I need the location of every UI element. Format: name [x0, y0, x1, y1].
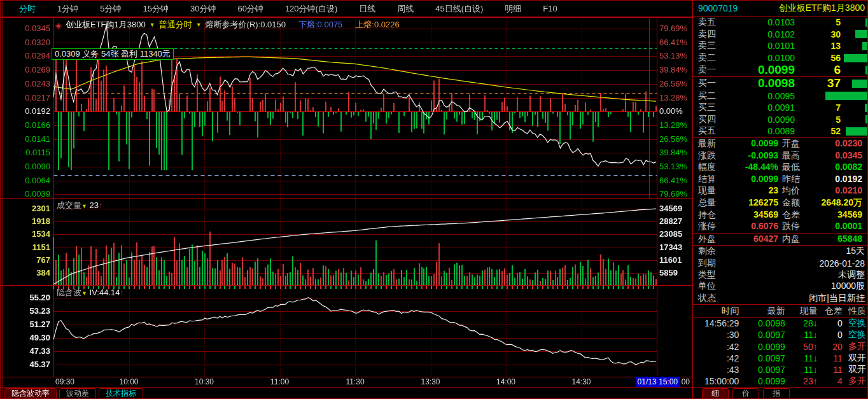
ask-row[interactable]: 卖四0.010230	[693, 29, 868, 41]
tick-price: 0.0098	[739, 318, 785, 328]
stats-cell: 幅度-48.44%	[698, 162, 782, 173]
volume-right-tick: 34569	[659, 205, 682, 213]
level-price: 0.0098	[731, 76, 795, 90]
level-price: 0.0099	[731, 63, 795, 77]
stats-cell: 涨跌-0.0093	[698, 150, 782, 162]
stats-label: 最低	[782, 162, 800, 173]
stats-value: 0.6076	[751, 221, 778, 232]
main-left-tick: 0.0320	[1, 39, 50, 46]
tick-nature: 空换	[843, 318, 868, 329]
tick-time: 15:00:00	[693, 376, 739, 386]
iv-left-tick: 45.37	[1, 361, 50, 368]
ask-levels: 卖五0.01035卖四0.010230卖三0.010113卖二0.010056卖…	[693, 17, 868, 77]
info-row: 到期2026-01-28	[693, 257, 868, 269]
trading-terminal-window: 分时1分钟5分钟15分钟30分钟60分钟120分钟(自设)日线周线45日线(自设…	[0, 0, 868, 399]
menu-item-10[interactable]: 45日线(自设)	[424, 3, 494, 15]
indicator-tab-1[interactable]: 隐含波动率	[4, 388, 57, 399]
tick-list-header: 时间最新现量仓差性质	[693, 305, 868, 318]
depth-bar	[865, 104, 868, 112]
level-price: 0.0102	[731, 29, 795, 39]
menu-item-11[interactable]: 明细	[494, 3, 532, 15]
intraday-chart-canvas[interactable]	[1, 1, 692, 399]
up-arrow-icon: ↑	[813, 342, 818, 352]
chevron-down-icon[interactable]: ▼	[81, 203, 87, 209]
bid-row[interactable]: 买二0.0095100	[693, 90, 868, 102]
menu-item-6[interactable]: 60分钟	[227, 3, 274, 15]
main-right-tick: 79.69%	[659, 25, 687, 32]
flow-label: 外盘	[698, 234, 716, 245]
level-price: 0.0101	[731, 41, 795, 51]
symbol-selector[interactable]: 创业板ETF购1月3800	[66, 19, 146, 31]
detail-tab-2[interactable]: 价	[732, 388, 759, 399]
depth-bar	[852, 80, 868, 88]
stats-cell: 昨结0.0192	[782, 174, 866, 185]
indicator-tabs: 隐含波动率波动差技术指标	[1, 387, 692, 399]
menu-item-2[interactable]: 1分钟	[46, 3, 89, 15]
chevron-down-icon[interactable]: ▼	[196, 22, 202, 28]
stats-cell: 跌停0.0001	[782, 221, 866, 232]
menu-item-12[interactable]: F10	[532, 4, 568, 13]
tick-volume-value: 11	[804, 353, 813, 363]
info-label: 状态	[698, 293, 716, 304]
mode-selector[interactable]: 普通分时	[159, 19, 192, 31]
chevron-down-icon[interactable]: ▼	[150, 22, 155, 28]
stats-label: 现量	[698, 185, 716, 197]
stats-label: 结算	[698, 174, 716, 185]
contract-info: 剩余15天到期2026-01-28类型未调整单位10000股状态闭市|当日新挂	[693, 246, 868, 305]
bid-row[interactable]: 买五0.008952	[693, 125, 868, 137]
level-label: 卖一	[698, 64, 731, 76]
stats-label: 幅度	[698, 162, 716, 173]
stats-label: 涨停	[698, 221, 716, 232]
detail-tab-1[interactable]: 细	[702, 388, 729, 399]
ask-row[interactable]: 卖二0.010056	[693, 52, 868, 64]
chevron-down-icon[interactable]: ▼	[81, 290, 87, 297]
time-tick-label: 11:30	[346, 377, 364, 386]
indicator-tab-3[interactable]: 技术指标	[99, 388, 143, 399]
stats-label: 总量	[698, 197, 716, 209]
indicator-tab-2[interactable]: 波动差	[59, 388, 96, 399]
menu-item-8[interactable]: 日线	[348, 3, 386, 15]
bid-row[interactable]: 买三0.00917	[693, 102, 868, 114]
menu-item-3[interactable]: 5分钟	[89, 3, 132, 15]
main-right-tick: 53.13%	[659, 163, 687, 171]
level-quantity: 6	[795, 63, 841, 77]
tick-oi-delta: 20	[818, 342, 843, 352]
main-right-tick: 13.28%	[659, 94, 687, 102]
volume-left-tick: 2301	[1, 205, 50, 213]
volume-left-tick: 767	[1, 256, 50, 264]
bid-levels: 买一0.009837买二0.0095100买三0.00917买四0.00905买…	[693, 77, 868, 137]
level-quantity: 5	[795, 17, 841, 27]
main-left-tick: 0.0090	[1, 163, 50, 171]
menu-item-5[interactable]: 30分钟	[179, 3, 227, 15]
tick-oi-delta: 11	[818, 365, 843, 375]
tick-row: :430.009711↓11双开	[693, 364, 868, 375]
volume-panel-label[interactable]: 成交量▼ 23↑	[57, 200, 103, 211]
menu-item-7[interactable]: 120分钟(自设)	[274, 3, 348, 15]
main-right-tick: 0.00%	[659, 108, 683, 115]
depth-bar	[825, 92, 868, 100]
menu-item-9[interactable]: 周线	[386, 3, 424, 15]
tick-nature: 空换	[843, 329, 868, 340]
menu-item-4[interactable]: 15分钟	[132, 3, 179, 15]
tick-nature: 多开	[843, 341, 868, 353]
bid-row[interactable]: 买一0.009837	[693, 77, 868, 90]
ask-row[interactable]: 卖一0.00996	[693, 64, 868, 76]
main-left-tick: 0.0192	[1, 108, 50, 115]
main-right-tick: 26.56%	[659, 80, 687, 88]
stats-value: 2648.20万	[821, 197, 862, 209]
diamond-icon: ◈	[55, 20, 62, 30]
iv-panel-label[interactable]: 隐含波▼ IV:44.14↑	[57, 287, 124, 298]
chart-area: 分时1分钟5分钟15分钟30分钟60分钟120分钟(自设)日线周线45日线(自设…	[1, 1, 692, 399]
depth-bar	[865, 66, 868, 74]
detail-tab-3[interactable]: 指	[763, 388, 790, 399]
stats-row: 结算0.0099昨结0.0192	[693, 174, 868, 186]
bid-row[interactable]: 买四0.00905	[693, 114, 868, 126]
tick-oi-delta: 0	[818, 318, 843, 328]
level-price: 0.0091	[731, 102, 795, 113]
main-right-tick: 39.84%	[659, 149, 687, 157]
info-value: 10000股	[831, 281, 865, 292]
menu-item-1[interactable]: 分时	[8, 3, 46, 15]
ask-row[interactable]: 卖五0.01035	[693, 17, 868, 29]
ask-row[interactable]: 卖三0.010113	[693, 40, 868, 52]
depth-bar	[846, 127, 868, 136]
